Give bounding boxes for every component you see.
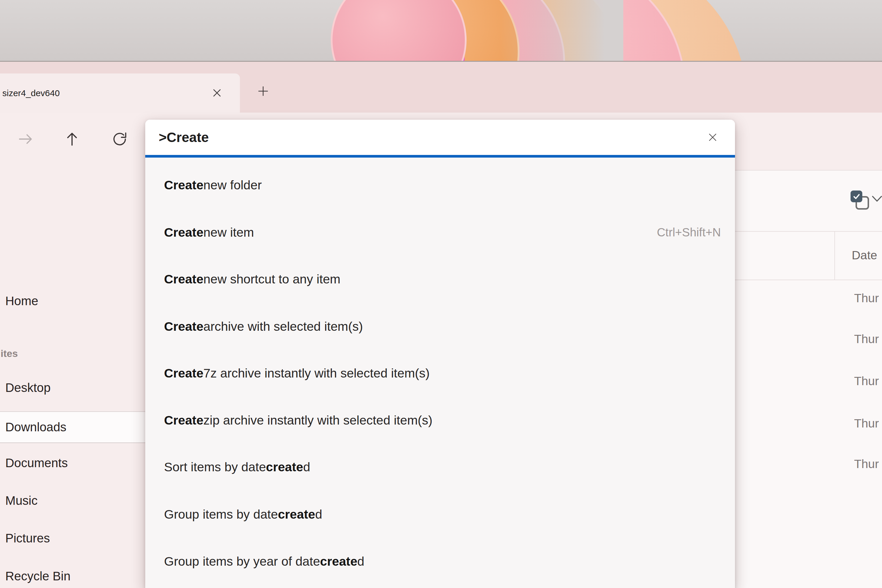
up-arrow-icon bbox=[63, 130, 81, 148]
file-row-date[interactable]: Thur bbox=[854, 448, 882, 480]
sidebar-section-favourites-partial: ites bbox=[0, 346, 146, 360]
up-button[interactable] bbox=[63, 130, 81, 148]
suggestion-create-new-shortcut[interactable]: Create new shortcut to any item bbox=[164, 261, 721, 297]
file-row-date[interactable]: Thur bbox=[854, 282, 882, 314]
suggestion-group-by-year-created[interactable]: Group items by year of date created bbox=[164, 544, 721, 579]
keyboard-shortcut: Ctrl+Shift+N bbox=[657, 226, 721, 239]
address-bar bbox=[145, 120, 735, 155]
focus-accent-line bbox=[145, 155, 735, 158]
column-header-date[interactable]: Date bbox=[852, 231, 877, 280]
sidebar-item-home[interactable]: Home bbox=[0, 285, 146, 317]
forward-button[interactable] bbox=[16, 130, 35, 148]
wallpaper-bloom-fade bbox=[500, 0, 623, 61]
chevron-down-icon[interactable] bbox=[870, 193, 882, 205]
new-tab-button[interactable] bbox=[256, 85, 270, 98]
close-icon bbox=[708, 133, 717, 142]
suggestion-create-new-folder[interactable]: Create new folder bbox=[164, 167, 721, 202]
suggestion-create-zip-archive[interactable]: Create zip archive instantly with select… bbox=[164, 402, 721, 438]
suggestion-sort-by-date-created[interactable]: Sort items by date created bbox=[164, 449, 721, 484]
tab-active[interactable]: sizer4_dev640 bbox=[0, 74, 240, 112]
sidebar-item-downloads-selected[interactable]: Downloads bbox=[0, 411, 146, 443]
wallpaper-bloom-shape bbox=[331, 0, 466, 61]
forward-arrow-icon bbox=[17, 130, 34, 148]
sidebar-item-music[interactable]: Music bbox=[0, 484, 146, 517]
sidebar-item-documents[interactable]: Documents bbox=[0, 447, 146, 479]
suggestion-create-archive[interactable]: Create archive with selected item(s) bbox=[164, 309, 721, 344]
sidebar-item-recycle-bin[interactable]: Recycle Bin bbox=[0, 560, 146, 588]
sidebar: Home ites Desktop Downloads Documents Mu… bbox=[0, 165, 146, 588]
plus-icon bbox=[257, 85, 269, 97]
sidebar-item-pictures[interactable]: Pictures bbox=[0, 522, 146, 555]
suggestion-group-by-date-created[interactable]: Group items by date created bbox=[164, 496, 721, 532]
suggestion-create-7z-archive[interactable]: Create 7z archive instantly with selecte… bbox=[164, 356, 721, 391]
file-row-date[interactable]: Thur bbox=[854, 365, 882, 397]
address-input[interactable] bbox=[145, 120, 706, 155]
desktop-wallpaper bbox=[0, 0, 882, 61]
header-divider bbox=[734, 280, 882, 280]
column-divider[interactable] bbox=[834, 232, 835, 280]
command-palette: Create new folder Create new item Ctrl+S… bbox=[145, 120, 735, 588]
tab-close-button[interactable] bbox=[210, 86, 224, 99]
clear-button[interactable] bbox=[705, 130, 720, 145]
close-icon bbox=[212, 88, 222, 98]
suggestion-create-new-item[interactable]: Create new item Ctrl+Shift+N bbox=[164, 214, 721, 250]
file-list-pane: Date Thur Thur Thur Thur Thur bbox=[734, 170, 882, 588]
select-all-checkbox-icon bbox=[850, 190, 862, 202]
file-row-date[interactable]: Thur bbox=[854, 323, 882, 355]
suggestion-list: Create new folder Create new item Ctrl+S… bbox=[145, 158, 735, 588]
refresh-button[interactable] bbox=[110, 130, 129, 148]
file-row-date[interactable]: Thur bbox=[854, 407, 882, 440]
files-app-window: sizer4_dev640 bbox=[0, 61, 882, 588]
tab-title: sizer4_dev640 bbox=[2, 74, 190, 112]
tab-bar: sizer4_dev640 bbox=[0, 62, 882, 112]
refresh-icon bbox=[111, 130, 128, 148]
sidebar-item-desktop[interactable]: Desktop bbox=[0, 372, 146, 404]
